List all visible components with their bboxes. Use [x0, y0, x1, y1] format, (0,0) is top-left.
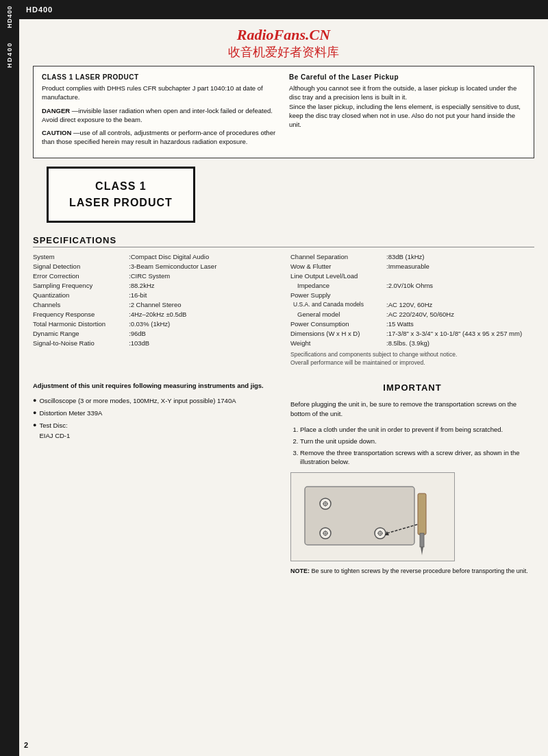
specs-section: SPECIFICATIONS System :Compact Disc Digi…	[33, 235, 534, 367]
spec-channel-sep: Channel Separation :83dB (1kHz)	[290, 253, 534, 260]
spec-value-freq-response: :4Hz–20kHz ±0.5dB	[129, 310, 186, 318]
main-content: RadioFans.CN 收音机爱好者资料库 CLASS 1 LASER PRO…	[19, 19, 548, 589]
danger-label: DANGER	[42, 107, 70, 114]
bullet-oscilloscope: ● Oscilloscope (3 or more modes, 100MHz,…	[33, 396, 277, 406]
spec-value-system: :Compact Disc Digital Audio	[129, 253, 209, 260]
laser-pickup-title: Be Careful of the Laser Pickup	[289, 73, 525, 81]
step-1: Place a cloth under the unit in order to…	[300, 425, 534, 434]
spec-label-signal-detection: Signal Detection	[33, 263, 129, 270]
spec-label-power-supply: Power Supply	[290, 291, 386, 299]
laser-product-title: CLASS 1 LASER PRODUCT	[42, 73, 278, 81]
bottom-section: Adjustment of this unit requires followi…	[33, 381, 534, 576]
spec-sampling: Sampling Frequency :88.2kHz	[33, 282, 277, 289]
class1-container: CLASS 1 LASER PRODUCT	[33, 167, 534, 223]
adjustment-title: Adjustment of this unit requires followi…	[33, 381, 277, 391]
spec-dimensions: Dimensions (W x H x D) :17-3/8" x 3-3/4"…	[290, 330, 534, 337]
screw-svg	[291, 473, 455, 561]
note-bold: NOTE:	[290, 568, 310, 574]
model-label-side: HD400	[6, 42, 13, 68]
spec-value-weight: :8.5lbs. (3.9kg)	[386, 339, 429, 347]
svg-rect-13	[418, 493, 426, 535]
spec-value-wow-flutter: :Immeasurable	[386, 263, 429, 270]
laser-pickup-text: Although you cannot see it from the outs…	[289, 84, 525, 129]
spec-label-freq-response: Frequency Response	[33, 310, 129, 318]
laser-warning-box: CLASS 1 LASER PRODUCT Product complies w…	[33, 66, 534, 158]
spec-note: Specifications and components subject to…	[290, 351, 534, 367]
spec-label-channel-sep: Channel Separation	[290, 253, 386, 260]
laser-product-text: Product complies with DHHS rules CFR sub…	[42, 84, 278, 102]
important-intro: Before plugging the unit in, be sure to …	[290, 400, 534, 419]
site-subtitle: 收音机爱好者资料库	[33, 44, 534, 60]
danger-desc: —invisible laser radiation when open and…	[42, 107, 273, 123]
spec-value-thd: :0.03% (1kHz)	[129, 320, 170, 328]
left-bar: HD400 HD400	[0, 0, 19, 756]
oscilloscope-text: Oscilloscope (3 or more modes, 100MHz, X…	[39, 396, 236, 406]
spec-value-sampling: :88.2kHz	[129, 282, 155, 289]
spec-value-dynamic-range: :96dB	[129, 330, 146, 337]
note-content: Be sure to tighten screws by the reverse…	[312, 568, 528, 574]
spec-label-error-correction: Error Correction	[33, 272, 129, 280]
bottom-left: Adjustment of this unit requires followi…	[33, 381, 277, 576]
spec-label-wow-flutter: Wow & Flutter	[290, 263, 386, 270]
caution-desc: —use of all controls, adjustments or per…	[42, 129, 275, 145]
svg-rect-14	[420, 533, 424, 547]
caution-label: CAUTION	[42, 129, 71, 136]
important-steps: Place a cloth under the unit in order to…	[290, 425, 534, 467]
specs-right-col: Channel Separation :83dB (1kHz) Wow & Fl…	[290, 253, 534, 367]
svg-marker-15	[421, 547, 423, 555]
specs-left-col: System :Compact Disc Digital Audio Signa…	[33, 253, 277, 367]
spec-weight: Weight :8.5lbs. (3.9kg)	[290, 339, 534, 347]
bullet-testdisc: ● Test Disc:EIAJ CD-1	[33, 421, 277, 441]
spec-label-dimensions: Dimensions (W x H x D)	[290, 330, 386, 337]
spec-general-model: General model :AC 220/240V, 50/60Hz	[290, 310, 534, 318]
spec-value-error-correction: :CIRC System	[129, 272, 170, 280]
spec-snr: Signal-to-Noise Ratio :103dB	[33, 339, 277, 347]
spec-signal-detection: Signal Detection :3-Beam Semiconductor L…	[33, 263, 277, 270]
top-bar: HD400	[19, 0, 548, 19]
specs-title: SPECIFICATIONS	[33, 235, 534, 247]
spec-label-power-consumption: Power Consumption	[290, 320, 386, 328]
laser-right: Be Careful of the Laser Pickup Although …	[289, 73, 525, 151]
spec-label-channels: Channels	[33, 301, 129, 308]
spec-power-consumption: Power Consumption :15 Watts	[290, 320, 534, 328]
bullet-distortion: ● Distortion Meter 339A	[33, 409, 277, 418]
class1-box: CLASS 1 LASER PRODUCT	[47, 167, 195, 223]
spec-system: System :Compact Disc Digital Audio	[33, 253, 277, 260]
class1-line2: LASER PRODUCT	[69, 195, 173, 211]
spec-label-general-model: General model	[290, 310, 386, 318]
bullet-dot-3: ●	[33, 421, 36, 430]
screw-illustration	[290, 472, 455, 561]
spec-value-quantization: :16-bit	[129, 291, 147, 299]
specs-grid: System :Compact Disc Digital Audio Signa…	[33, 253, 534, 367]
spec-usa-canada: U.S.A. and Canada models :AC 120V, 60Hz	[290, 301, 534, 308]
page: HD400 HD400 HD400 RadioFans.CN 收音机爱好者资料库…	[0, 0, 548, 756]
spec-channels: Channels :2 Channel Stereo	[33, 301, 277, 308]
spec-quantization: Quantization :16-bit	[33, 291, 277, 299]
step-3: Remove the three transportation screws w…	[300, 448, 534, 467]
spec-label-snr: Signal-to-Noise Ratio	[33, 339, 129, 347]
bullet-dot-1: ●	[33, 396, 36, 406]
spec-freq-response: Frequency Response :4Hz–20kHz ±0.5dB	[33, 310, 277, 318]
step-2: Turn the unit upside down.	[300, 437, 534, 446]
spec-value-signal-detection: :3-Beam Semiconductor Laser	[129, 263, 216, 270]
spec-label-thd: Total Harmonic Distortion	[33, 320, 129, 328]
site-header: RadioFans.CN 收音机爱好者资料库	[33, 26, 534, 60]
laser-left: CLASS 1 LASER PRODUCT Product complies w…	[42, 73, 278, 151]
bottom-right: IMPORTANT Before plugging the unit in, b…	[290, 381, 534, 576]
spec-label-quantization: Quantization	[33, 291, 129, 299]
caution-text: CAUTION —use of all controls, adjustment…	[42, 128, 278, 147]
spec-value-usa-canada: :AC 120V, 60Hz	[386, 301, 432, 308]
spec-label-system: System	[33, 253, 129, 260]
page-number: 2	[24, 741, 28, 749]
important-note: NOTE: Be sure to tighten screws by the r…	[290, 567, 534, 576]
important-title: IMPORTANT	[290, 381, 534, 395]
site-title: RadioFans.CN	[33, 26, 534, 44]
spec-label-dynamic-range: Dynamic Range	[33, 330, 129, 337]
spec-value-impedance: :2.0V/10k Ohms	[386, 282, 433, 289]
spec-value-snr: :103dB	[129, 339, 149, 347]
spec-error-correction: Error Correction :CIRC System	[33, 272, 277, 280]
spec-power-supply-header: Power Supply	[290, 291, 534, 299]
top-bar-model: HD400	[26, 5, 53, 14]
spec-wow-flutter: Wow & Flutter :Immeasurable	[290, 263, 534, 270]
spec-label-line-output: Line Output Level/Load	[290, 272, 386, 280]
